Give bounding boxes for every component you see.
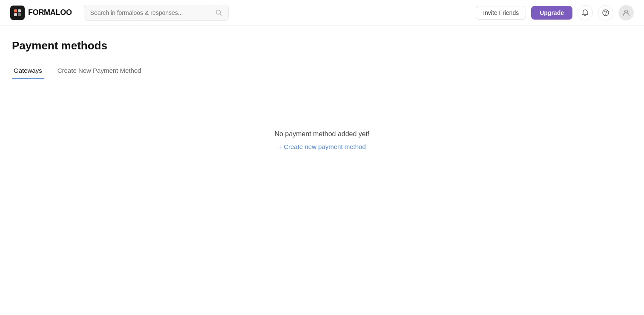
upgrade-button[interactable]: Upgrade: [531, 6, 572, 20]
empty-state-message: No payment method added yet!: [274, 130, 369, 138]
tabs: Gateways Create New Payment Method: [12, 63, 632, 79]
svg-line-5: [220, 14, 221, 15]
page-title: Payment methods: [12, 39, 632, 52]
svg-rect-1: [18, 9, 21, 12]
tab-create-payment-method[interactable]: Create New Payment Method: [56, 63, 143, 79]
svg-rect-2: [14, 13, 17, 16]
empty-state: No payment method added yet! + Create ne…: [12, 130, 632, 150]
notifications-button[interactable]: [578, 5, 593, 20]
logo-text: FORMALOO: [28, 8, 72, 17]
create-payment-link[interactable]: + Create new payment method: [278, 143, 366, 150]
tab-gateways[interactable]: Gateways: [12, 63, 44, 79]
search-icon: [216, 9, 222, 16]
svg-rect-3: [18, 13, 21, 16]
search-input[interactable]: [90, 9, 211, 16]
invite-friends-button[interactable]: Invite Friends: [476, 6, 526, 20]
header: FORMALOO Invite Friends Upgrade: [0, 0, 644, 26]
logo: FORMALOO: [10, 6, 72, 20]
header-right: Invite Friends Upgrade: [476, 5, 634, 20]
svg-rect-0: [14, 9, 17, 12]
main-content: Payment methods Gateways Create New Paym…: [0, 26, 644, 150]
search-bar[interactable]: [84, 5, 229, 21]
svg-point-7: [605, 14, 606, 15]
help-button[interactable]: [598, 5, 613, 20]
avatar[interactable]: [618, 5, 634, 20]
logo-icon: [10, 6, 25, 20]
